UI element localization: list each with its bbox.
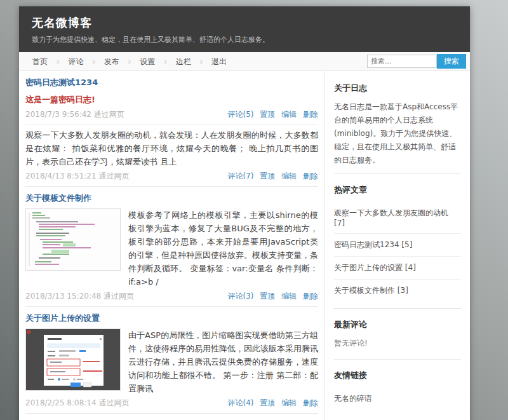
post-body-text: 模板参考了网络上的模板引擎，主要以shirne的模板引擎为蓝本，修复了大量BUG…: [128, 208, 318, 288]
code-screenshot-image: [26, 209, 120, 270]
delete-link[interactable]: 删除: [303, 398, 318, 407]
delete-link[interactable]: 删除: [303, 110, 318, 119]
post-source: 通过网页: [98, 172, 129, 180]
post-title-link[interactable]: 密码日志测试1234: [25, 71, 318, 90]
post-timestamp: 2018/3/13 15:20:48: [25, 292, 101, 301]
content-area: 密码日志测试1234 这是一篇密码日志! 2018/7/3 9:56:42 通过…: [19, 71, 470, 420]
pagination: 共计: 4 条记录 每页:20条 << < 1 > >>: [25, 414, 318, 420]
post-actions: 评论(4) 置顶 编辑 删除: [224, 398, 318, 409]
post-item-1: 密码日志测试1234 这是一篇密码日志! 2018/7/3 9:56:42 通过…: [25, 71, 318, 125]
post-meta: 2018/7/3 9:56:42 通过网页 评论(5) 置顶 编辑 删除: [25, 107, 318, 125]
comments-link[interactable]: 评论(5): [228, 110, 254, 119]
pin-link[interactable]: 置顶: [260, 110, 275, 119]
sidebar-about-text: 无名日志是一款基于Asp和Access平台的简单易用的个人日志系统(minibl…: [334, 100, 461, 167]
post-source: 通过网页: [98, 398, 129, 407]
pin-link[interactable]: 置顶: [260, 172, 275, 180]
hot-article-link[interactable]: 密码日志测试1234 [5]: [334, 234, 461, 257]
post-media-row: 模板参考了网络上的模板引擎，主要以shirne的模板引擎为蓝本，修复了大量BUG…: [25, 206, 318, 288]
edit-link[interactable]: 编辑: [281, 172, 297, 180]
post-timestamp: 2018/2/25 8:08:14: [25, 398, 97, 407]
settings-dialog-thumbnail[interactable]: [25, 329, 121, 391]
sidebar-section-about: 关于日志 无名日志是一款基于Asp和Access平台的简单易用的个人日志系统(m…: [334, 72, 461, 171]
post-date: 2018/4/13 8:51:21 通过网页: [25, 171, 129, 182]
post-meta: 2018/2/25 8:08:14 通过网页 评论(4) 置顶 编辑 删除: [25, 395, 318, 413]
post-date: 2018/2/25 8:08:14 通过网页: [25, 398, 129, 409]
sidebar-section-recent-comments: 最新评论 暂无评论!: [334, 308, 461, 356]
hot-article-link[interactable]: 关于图片上传的设置 [4]: [334, 257, 461, 280]
friend-link[interactable]: 无名的碎语: [334, 388, 461, 410]
pin-link[interactable]: 置顶: [260, 398, 275, 407]
hot-article-link[interactable]: 观察一下大多数人发朋友圈的动机 [7]: [334, 202, 461, 234]
post-list: 密码日志测试1234 这是一篇密码日志! 2018/7/3 9:56:42 通过…: [19, 71, 324, 420]
search-button[interactable]: 搜索: [437, 54, 466, 69]
comments-link[interactable]: 评论(3): [228, 292, 254, 301]
search-input[interactable]: [367, 55, 437, 68]
sidebar-section-hot-articles: 热评文章 观察一下大多数人发朋友圈的动机 [7] 密码日志测试1234 [5] …: [334, 173, 461, 306]
post-item-3: 关于模板文件制作: [25, 187, 318, 307]
post-body-text: 观察一下大多数人发朋友圈的动机，就会发现：人在发朋友圈的时候，大多数都是在炫耀：…: [25, 125, 318, 168]
post-body-text: 由于ASP的局限性，图片缩略图实现要借助第三方组件，这使得程序的易用性降低，因此…: [128, 329, 318, 395]
no-comments-text: 暂无评论!: [334, 337, 461, 353]
post-item-4: 关于图片上传的设置: [25, 307, 318, 414]
pin-link[interactable]: 置顶: [260, 292, 275, 301]
search-bar: 搜索: [367, 54, 466, 69]
post-actions: 评论(5) 置顶 编辑 删除: [224, 109, 318, 120]
comments-link[interactable]: 评论(4): [228, 398, 254, 407]
edit-link[interactable]: 编辑: [281, 110, 297, 119]
post-password-notice: 这是一篇密码日志!: [25, 90, 318, 107]
post-media-row: 由于ASP的局限性，图片缩略图实现要借助第三方组件，这使得程序的易用性降低，因此…: [25, 326, 318, 395]
nav-item-logout[interactable]: 退出: [203, 52, 235, 71]
sidebar-about-title: 关于日志: [334, 83, 461, 94]
post-date: 2018/3/13 15:20:48 通过网页: [25, 291, 134, 302]
code-screenshot-thumbnail[interactable]: [25, 208, 121, 271]
sidebar-section-friend-links: 友情链接 无名的碎语: [334, 359, 461, 414]
site-subtitle: 致力于为您提供快速、稳定，且在使用上又极其简单、舒适的个人日志服务。: [32, 35, 457, 44]
post-item-2: 观察一下大多数人发朋友圈的动机，就会发现：人在发朋友圈的时候，大多数都是在炫耀：…: [25, 125, 318, 187]
main-nav: 首页 › 评论 › 发布 › 设置 › 边栏 › 退出 搜索: [19, 52, 470, 71]
post-title-link[interactable]: 关于模板文件制作: [25, 187, 318, 206]
post-title-link[interactable]: 关于图片上传的设置: [25, 307, 318, 326]
nav-item-settings[interactable]: 设置: [131, 52, 163, 71]
edit-link[interactable]: 编辑: [281, 292, 297, 301]
nav-item-sidebar[interactable]: 边栏: [168, 52, 199, 71]
post-source: 通过网页: [94, 110, 124, 119]
hot-article-list: 观察一下大多数人发朋友圈的动机 [7] 密码日志测试1234 [5] 关于图片上…: [334, 202, 461, 302]
sidebar-friend-links-title: 友情链接: [334, 370, 461, 381]
friend-link-list: 无名的碎语: [334, 388, 461, 410]
post-meta: 2018/3/13 15:20:48 通过网页 评论(3) 置顶 编辑 删除: [25, 288, 318, 306]
delete-link[interactable]: 删除: [303, 292, 318, 301]
sidebar: 关于日志 无名日志是一款基于Asp和Access平台的简单易用的个人日志系统(m…: [324, 71, 470, 420]
site-header: 无名微博客 致力于为您提供快速、稳定，且在使用上又极其简单、舒适的个人日志服务。: [19, 6, 470, 52]
nav-item-publish[interactable]: 发布: [96, 52, 128, 71]
post-actions: 评论(3) 置顶 编辑 删除: [224, 291, 318, 302]
post-source: 通过网页: [104, 292, 134, 301]
settings-dialog-image: [26, 329, 120, 390]
post-date: 2018/7/3 9:56:42 通过网页: [25, 109, 124, 120]
comments-link[interactable]: 评论(7): [228, 172, 254, 180]
post-timestamp: 2018/4/13 8:51:21: [25, 172, 97, 180]
post-meta: 2018/4/13 8:51:21 通过网页 评论(7) 置顶 编辑 删除: [25, 168, 318, 186]
nav-item-home[interactable]: 首页: [24, 52, 56, 71]
delete-link[interactable]: 删除: [303, 172, 318, 180]
post-timestamp: 2018/7/3 9:56:42: [25, 110, 91, 119]
nav-item-comments[interactable]: 评论: [60, 52, 91, 71]
sidebar-hot-title: 热评文章: [334, 184, 461, 196]
post-actions: 评论(7) 置顶 编辑 删除: [224, 171, 318, 182]
sidebar-recent-comments-title: 最新评论: [334, 319, 461, 330]
page-container: 无名微博客 致力于为您提供快速、稳定，且在使用上又极其简单、舒适的个人日志服务。…: [19, 6, 470, 420]
site-title: 无名微博客: [32, 15, 457, 30]
edit-link[interactable]: 编辑: [281, 398, 297, 407]
hot-article-link[interactable]: 关于模板文件制作 [3]: [334, 280, 461, 302]
